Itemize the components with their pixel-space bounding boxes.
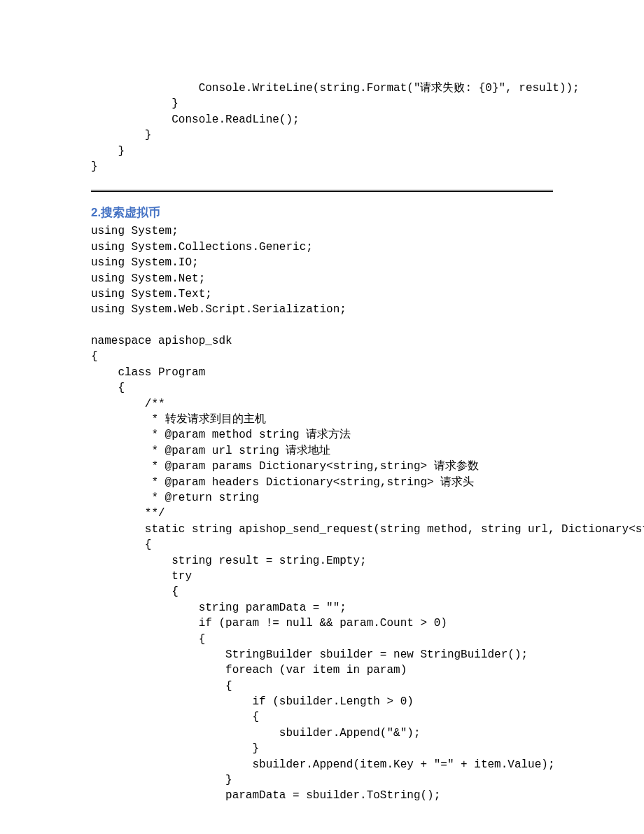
document-page: Console.WriteLine(string.Format("请求失败: {… [0,0,644,834]
section-heading: 2.搜索虚拟币 [91,204,553,221]
section-divider [91,190,553,192]
code-block-main: using System; using System.Collections.G… [91,223,553,803]
code-block-top: Console.WriteLine(string.Format("请求失败: {… [91,81,553,174]
